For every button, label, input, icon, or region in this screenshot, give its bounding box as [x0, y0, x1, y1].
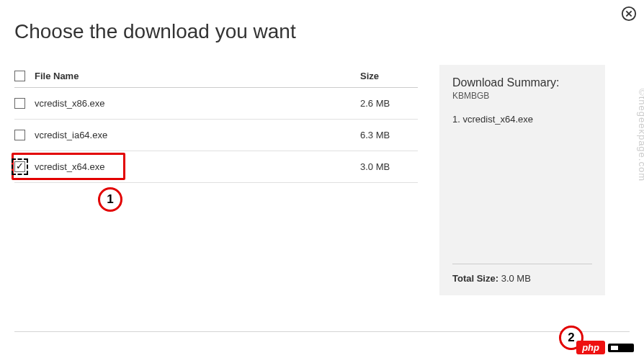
file-size: 6.3 MB [360, 130, 418, 140]
download-summary-panel: Download Summary: KBMBGB 1. vcredist_x64… [439, 65, 605, 295]
php-logo: php [576, 341, 605, 354]
close-button[interactable] [621, 6, 637, 22]
file-size: 3.0 MB [360, 161, 418, 172]
total-label: Total Size: [452, 273, 498, 284]
file-size: 2.6 MB [360, 98, 418, 109]
table-row[interactable]: vcredist_ia64.exe 6.3 MB [14, 120, 418, 151]
total-value: 3.0 MB [501, 273, 531, 284]
page-title: Choose the download you want [0, 0, 644, 43]
table-row[interactable]: vcredist_x86.exe 2.6 MB [14, 88, 418, 120]
table-header: File Name Size [14, 65, 418, 88]
php-badge: php [576, 341, 634, 354]
column-header-name[interactable]: File Name [35, 71, 360, 81]
summary-subtitle: KBMBGB [452, 91, 592, 101]
close-icon [621, 6, 637, 22]
summary-title: Download Summary: [452, 76, 592, 89]
select-all-checkbox[interactable] [14, 71, 25, 81]
main-content: File Name Size vcredist_x86.exe 2.6 MB v… [0, 43, 644, 295]
summary-item: 1. vcredist_x64.exe [452, 114, 592, 125]
watermark: ©thegeekpage.com [638, 89, 645, 182]
summary-total: Total Size: 3.0 MB [452, 264, 592, 284]
file-name: vcredist_ia64.exe [35, 130, 360, 140]
table-row[interactable]: vcredist_x64.exe 3.0 MB [14, 151, 418, 183]
row-checkbox[interactable] [14, 130, 25, 140]
row-checkbox[interactable] [14, 98, 25, 109]
file-name: vcredist_x86.exe [35, 98, 360, 109]
file-name: vcredist_x64.exe [35, 161, 360, 172]
divider [14, 331, 630, 332]
file-table: File Name Size vcredist_x86.exe 2.6 MB v… [14, 65, 418, 295]
column-header-size[interactable]: Size [360, 71, 418, 81]
badge-bar [608, 344, 634, 352]
row-checkbox[interactable] [14, 161, 25, 172]
